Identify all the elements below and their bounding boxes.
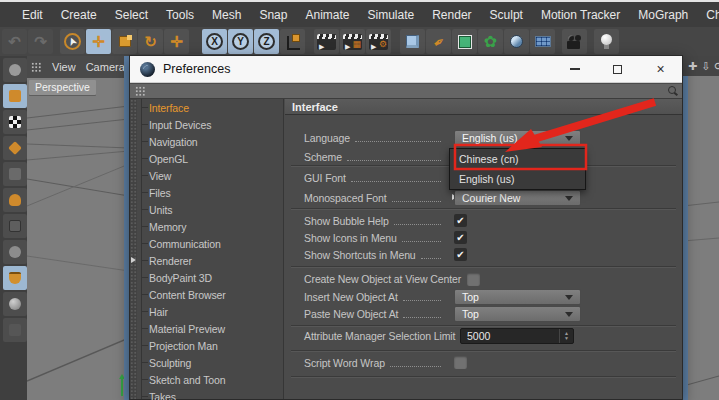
last-tool-icon[interactable]: ✛ [164,29,189,54]
option-english-us[interactable]: English (us) [450,169,585,189]
sidebar-item-material-preview[interactable]: Material Preview [137,320,283,337]
add-cube-object-icon[interactable] [400,29,425,54]
maximize-button[interactable] [596,56,639,82]
sidebar-grip[interactable] [130,99,137,399]
points-mode-icon[interactable] [3,110,27,134]
menu-edit[interactable]: Edit [13,8,52,22]
redo-icon[interactable]: ↷ [28,29,53,54]
show-bubble-help-checkbox[interactable]: ✔ [454,214,467,227]
camera-object-icon[interactable] [562,29,587,54]
window-controls: × [553,56,682,82]
light-object-icon[interactable] [594,29,619,54]
generators-icon[interactable] [452,29,477,54]
cinema4d-app: Edit Create Select Tools Mesh Snap Anima… [0,0,719,400]
expander-icon[interactable] [131,257,139,263]
pan-view-icon[interactable]: ✚ [688,60,697,73]
sidebar-item-content-browser[interactable]: Content Browser [137,286,283,303]
row-monospaced-font: Monospaced Font Courier New [304,189,672,207]
undo-icon[interactable]: ↶ [2,29,27,54]
sidebar-item-hair[interactable]: Hair [137,303,283,320]
sidebar-item-memory[interactable]: Memory [137,218,283,235]
monospaced-font-dropdown[interactable]: Courier New [454,190,581,206]
scale-tool-icon[interactable] [112,29,137,54]
category-tree: Interface Input Devices Navigation OpenG… [137,99,283,399]
preferences-window: Preferences × Interface Input Devices Na… [129,55,683,400]
attribute-limit-input[interactable]: 5000 ▲▼ [460,328,574,344]
option-chinese-cn[interactable]: Chinese (cn) [450,149,585,169]
viewport-menu-view[interactable]: View [52,61,76,73]
menu-animate[interactable]: Animate [296,8,358,22]
sidebar-item-units[interactable]: Units [137,201,283,218]
coordinate-system-icon[interactable] [280,29,305,54]
menu-mograph[interactable]: MoGraph [629,8,697,22]
show-icons-in-menu-checkbox[interactable]: ✔ [454,231,467,244]
preferences-body: Interface Input Devices Navigation OpenG… [130,99,682,399]
locked-tool-icon[interactable] [3,318,27,342]
axis-mode-icon[interactable] [3,214,27,238]
menu-render[interactable]: Render [423,8,480,22]
sphere-tool-icon[interactable] [3,292,27,316]
deformers-icon[interactable]: ✿ [478,29,503,54]
sidebar-item-navigation[interactable]: Navigation [137,133,283,150]
z-axis-lock-button[interactable]: Z [254,29,279,54]
edges-mode-icon[interactable] [3,136,27,160]
main-toolbar: ↶ ↷ ➤ ✛ ↻ ✛ X Y Z ▶ ▶▦ ▶⚙ ✒ ✿ [0,27,719,56]
zoom-view-icon[interactable]: ⇩ [701,60,710,73]
live-selection-tool-icon[interactable]: ➤ [60,29,85,54]
spline-pen-icon[interactable]: ✒ [426,29,451,54]
snap-toggle-icon[interactable] [3,240,27,264]
menu-snap[interactable]: Snap [250,8,296,22]
texture-mode-icon[interactable] [3,84,27,108]
window-title-bar[interactable]: Preferences × [130,56,682,83]
menu-select[interactable]: Select [106,8,157,22]
search-icon[interactable] [667,86,677,96]
viewport-right[interactable]: ✚ ⇩ ⟳ [683,56,719,400]
sidebar-item-projection-man[interactable]: Projection Man [137,337,283,354]
script-word-wrap-checkbox[interactable] [454,356,467,369]
spinner-control[interactable]: ▲▼ [559,329,573,343]
show-shortcuts-in-menu-checkbox[interactable]: ✔ [454,248,467,261]
menu-sculpt[interactable]: Sculpt [481,8,532,22]
menu-create[interactable]: Create [52,8,106,22]
floor-grid-icon[interactable] [530,29,555,54]
menu-motion-tracker[interactable]: Motion Tracker [532,8,629,22]
render-settings-icon[interactable]: ▶⚙ [366,29,391,54]
menu-character[interactable]: Character [697,8,719,22]
sidebar-item-sculpting[interactable]: Sculpting [137,354,283,371]
sidebar-item-opengl[interactable]: OpenGL [137,150,283,167]
x-axis-lock-button[interactable]: X [202,29,227,54]
language-dropdown[interactable]: English (us) [454,130,581,146]
drag-handle-icon[interactable] [31,62,42,73]
model-mode-icon[interactable] [3,58,27,82]
minimize-button[interactable] [553,56,596,82]
polygons-mode-icon[interactable] [3,162,27,186]
menu-tools[interactable]: Tools [157,8,203,22]
sidebar-item-bodypaint-3d[interactable]: BodyPaint 3D [137,269,283,286]
rotate-tool-icon[interactable]: ↻ [138,29,163,54]
insert-new-object-dropdown[interactable]: Top [454,289,581,305]
viewport-left[interactable]: View Cameras D Perspective [27,56,129,400]
move-tool-icon[interactable]: ✛ [86,29,111,54]
environment-objects-icon[interactable] [504,29,529,54]
y-axis-lock-button[interactable]: Y [228,29,253,54]
sidebar-item-renderer[interactable]: Renderer [137,252,283,269]
render-to-picture-viewer-icon[interactable]: ▶▦ [340,29,365,54]
sidebar-item-sketch-and-toon[interactable]: Sketch and Toon [137,371,283,388]
rotate-view-icon[interactable]: ⟳ [714,60,719,73]
render-view-icon[interactable]: ▶ [314,29,339,54]
sidebar-item-communication[interactable]: Communication [137,235,283,252]
drag-handle-icon[interactable] [135,86,146,97]
sidebar-item-input-devices[interactable]: Input Devices [137,116,283,133]
menu-mesh[interactable]: Mesh [203,8,250,22]
sidebar-item-files[interactable]: Files [137,184,283,201]
workplane-mode-icon[interactable] [3,188,27,212]
menu-simulate[interactable]: Simulate [359,8,424,22]
sidebar-item-view[interactable]: View [137,167,283,184]
basket-tool-icon[interactable] [3,266,27,290]
close-button[interactable]: × [639,56,682,82]
sidebar-item-takes[interactable]: Takes [137,388,283,400]
paste-new-object-dropdown[interactable]: Top [454,306,581,322]
create-new-object-checkbox[interactable] [467,273,480,286]
sidebar-item-interface[interactable]: Interface [137,99,283,116]
chevron-down-icon [565,136,573,145]
